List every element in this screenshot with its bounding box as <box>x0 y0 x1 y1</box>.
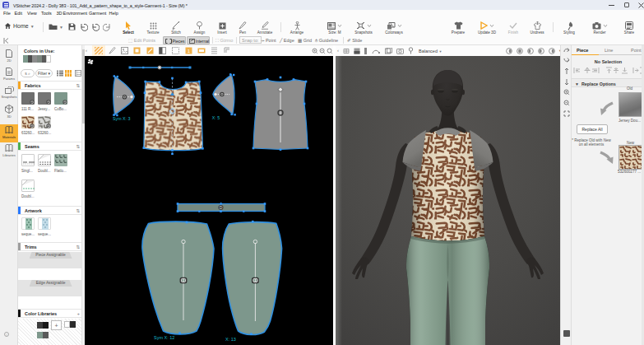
svg-text:Sym X: 3: Sym X: 3 <box>113 116 131 121</box>
svg-text:D: D <box>220 205 223 210</box>
svg-text:X: 5: X: 5 <box>212 115 220 120</box>
svg-text:X: 13: X: 13 <box>225 337 236 342</box>
svg-text:Sym X: 12: Sym X: 12 <box>154 335 174 340</box>
